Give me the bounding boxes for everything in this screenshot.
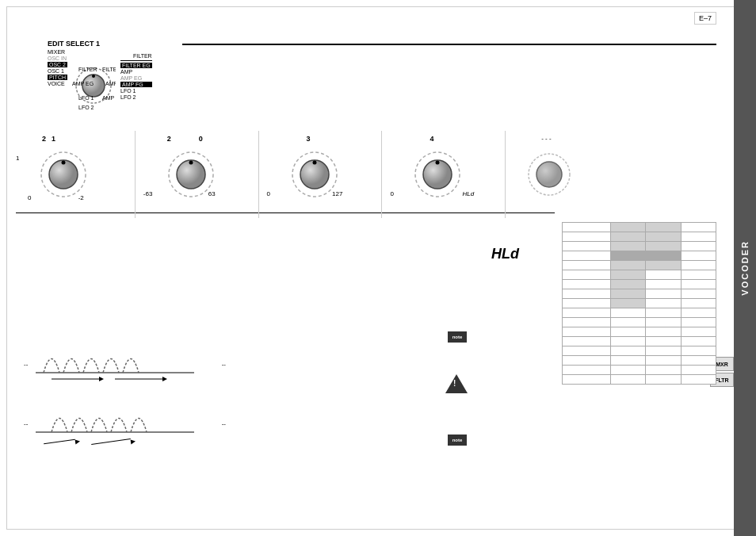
knob-4-unit: 4 0 HLd — [382, 131, 506, 218]
knob-2-label-left: -63 — [143, 190, 153, 197]
svg-marker-26 — [99, 377, 104, 381]
svg-marker-28 — [162, 377, 167, 381]
table-row — [563, 308, 716, 318]
svg-text:AMP EG: AMP EG — [72, 81, 94, 86]
waveform-bottom-label-left: -- — [24, 420, 28, 427]
svg-text:FILTER EG: FILTER EG — [102, 67, 116, 72]
vocoder-label: VOCODER — [740, 240, 750, 296]
svg-point-2 — [92, 75, 95, 78]
waveform-area: -- -- -- -- — [24, 341, 230, 452]
edit-select-panel: EDIT SELECT 1 MIXER OSC IN OSC 2 OSC 1 P… — [48, 40, 174, 127]
table-row — [563, 261, 716, 270]
svg-marker-33 — [131, 439, 136, 445]
table-row — [563, 337, 716, 346]
table-row — [563, 299, 716, 308]
knob-2-svg — [163, 139, 242, 218]
table-row — [563, 223, 716, 232]
knob-2-unit: 0 2 -63 63 — [136, 131, 259, 218]
svg-text:LFO 1: LFO 1 — [78, 95, 94, 101]
svg-line-32 — [91, 439, 131, 445]
edit-item-osc-in: OSC IN — [48, 56, 67, 61]
svg-text:AMP FG: AMP FG — [102, 95, 116, 101]
table-row — [563, 327, 716, 337]
svg-point-18 — [312, 161, 316, 165]
knob-3-label-left: 0 — [267, 190, 270, 197]
table-row — [563, 232, 716, 242]
knob-4-svg — [410, 139, 489, 218]
data-table — [562, 222, 716, 385]
svg-point-21 — [436, 161, 440, 165]
knob-5-label-top: - - - — [541, 135, 551, 142]
edit-item-mixer: MIXER — [48, 49, 67, 55]
page-number: E–7 — [694, 12, 716, 25]
edit-select-title: EDIT SELECT 1 — [48, 40, 174, 48]
edit-item-amp-eg: AMP EG — [120, 75, 152, 81]
waveform-bottom-svg — [36, 400, 210, 448]
edit-item-pitch: PITCH — [48, 75, 67, 80]
knob-1-label-left: 1 — [16, 155, 19, 162]
table-row — [563, 270, 716, 280]
edit-item-filter-eg: FILTER EG — [120, 63, 152, 68]
top-rule — [182, 44, 716, 45]
note-icon-2: note — [448, 435, 467, 446]
note-icon-1: note — [448, 331, 467, 343]
table-row — [563, 289, 716, 299]
svg-marker-31 — [75, 439, 81, 445]
knob-3-svg — [287, 139, 366, 218]
vocoder-sidebar: VOCODER — [734, 0, 756, 536]
warning-triangle — [445, 374, 468, 393]
table-row — [563, 366, 716, 375]
waveform-top-svg — [36, 341, 210, 385]
table-row — [563, 346, 716, 356]
table-row — [563, 375, 716, 385]
waveform-top: -- -- — [24, 341, 230, 389]
svg-point-15 — [189, 161, 193, 165]
table-row — [563, 318, 716, 327]
table-row — [563, 280, 716, 289]
svg-text:LFO 2: LFO 2 — [78, 105, 94, 110]
edit-item-voice: VOICE — [48, 81, 67, 86]
knob-3-unit: 3 0 127 — [259, 131, 383, 218]
table-row — [563, 251, 716, 261]
waveform-top-label-left: -- — [24, 361, 28, 368]
table-row — [563, 242, 716, 251]
edit-knob-svg: FILTER FILTER EG AMP AMP FG LFO 1 AMP EG… — [72, 56, 116, 111]
waveform-bottom-label-right: -- — [222, 420, 226, 427]
edit-item-osc2: OSC 2 — [48, 62, 67, 67]
edit-item-lfo2: LFO 2 — [120, 94, 152, 100]
edit-item-lfo1: LFO 1 — [120, 88, 152, 94]
edit-item-amp: AMP — [120, 69, 152, 75]
knob-4-label-left: 0 — [390, 190, 393, 197]
knob-5-svg — [517, 143, 589, 214]
svg-point-23 — [536, 162, 562, 187]
hld-display: HLd — [491, 246, 519, 262]
knob-1-unit: 2 1 1 -1 0 -2 — [12, 131, 136, 218]
waveform-bottom: -- -- — [24, 400, 230, 452]
edit-item-osc1: OSC 1 — [48, 68, 67, 74]
edit-col-left: MIXER OSC IN OSC 2 OSC 1 PITCH VOICE — [48, 49, 67, 111]
svg-line-30 — [44, 439, 75, 444]
edit-item-filter: FILTER — [120, 53, 152, 59]
edit-col-right: FILTER FILTER EG AMP AMP EG AMP FG LFO 1… — [120, 53, 152, 111]
knob-1-svg — [28, 139, 107, 218]
table-row — [563, 356, 716, 366]
edit-item-amp-fg: AMP FG — [120, 82, 152, 87]
svg-text:FILTER: FILTER — [78, 67, 97, 72]
knob-5-unit: - - - — [506, 131, 590, 218]
knobs-area: 2 1 1 -1 0 -2 0 2 -63 63 — [12, 131, 590, 218]
waveform-top-label-right: -- — [222, 361, 226, 368]
svg-point-12 — [62, 161, 66, 165]
svg-text:AMP: AMP — [105, 81, 116, 86]
